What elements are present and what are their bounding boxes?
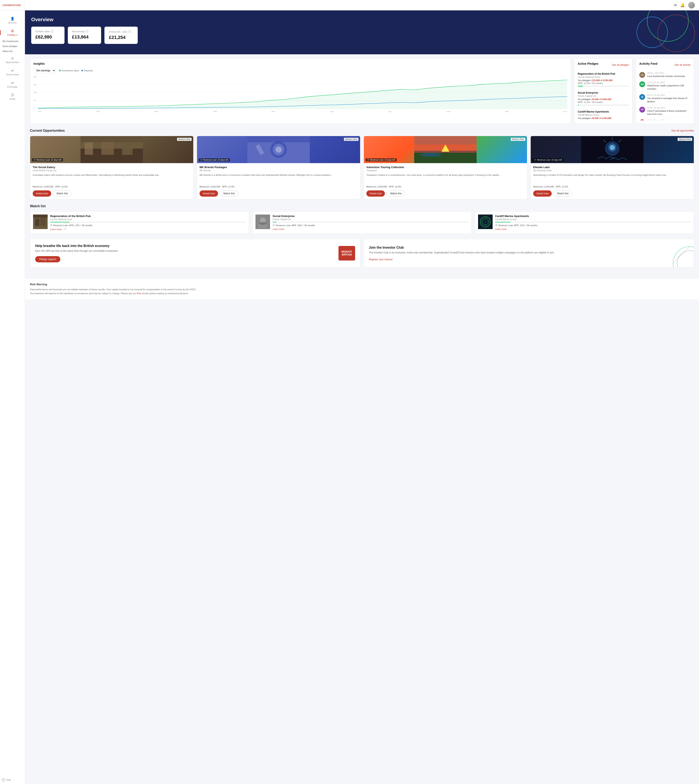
- watch-this-button[interactable]: Watch this: [220, 191, 239, 197]
- sidebar-item-label: Opportunities: [6, 61, 19, 63]
- chart-controls: Net earnings Investment value Deposits: [33, 68, 567, 73]
- bell-icon[interactable]: 🔔: [680, 3, 685, 8]
- page-header: Overview Portfolio value i £62,980 Net e…: [25, 10, 699, 54]
- sidebar-item-opportunities[interactable]: ◎ Opportunities: [0, 54, 25, 66]
- learn-more-link[interactable]: Learn more: [50, 228, 62, 230]
- risk-badge: Medium Risk: [177, 138, 192, 141]
- learn-more-link[interactable]: Learn more: [273, 228, 284, 230]
- svg-rect-34: [33, 214, 48, 218]
- portfolio-value-card: Portfolio value i £62,980: [31, 27, 65, 44]
- invest-now-button[interactable]: Invest now: [533, 191, 552, 197]
- net-earnings-label: Net earnings i: [72, 30, 97, 33]
- account-icon: 👤: [10, 17, 15, 21]
- decor-circle-red: [658, 15, 695, 52]
- promo-content-right: Join the Investor Club The Investor Club…: [369, 246, 689, 261]
- activity-content: 10:30, 24 Jan 2021 Chris P purchased a R…: [647, 107, 691, 116]
- sidebar-item-smart-invest[interactable]: ⇄ Smart Invest: [0, 66, 25, 78]
- invest-now-button[interactable]: Invest now: [33, 191, 51, 197]
- ifisa-value: £21,254: [109, 35, 133, 40]
- svg-rect-15: [247, 136, 310, 142]
- top-navigation: CROWD2FUND ✉ 🔔: [0, 0, 699, 10]
- content-area: Insights Net earnings Investment value D…: [25, 54, 699, 277]
- portfolio-submenu: My Investments Active pledges Watch list: [0, 39, 25, 54]
- sidebar-item-my-investments[interactable]: My Investments: [0, 39, 25, 44]
- svg-point-38: [259, 222, 267, 225]
- sidebar-item-label: Smart Invest: [6, 73, 19, 76]
- chart-select[interactable]: Net earnings: [33, 68, 56, 73]
- watch-thumb-social-enterprise: [255, 214, 270, 229]
- activity-title: Activity Feed: [639, 62, 658, 65]
- smart-invest-icon: ⇄: [11, 68, 14, 72]
- pledge-progress-fill: [578, 104, 579, 106]
- invest-now-button[interactable]: Invest now: [199, 191, 218, 197]
- see-all-activity-link[interactable]: See all activity: [674, 63, 691, 66]
- watch-meta: ⏱ Revenue Loan APR: 12% / 36 months: [495, 224, 691, 227]
- header-decoration: [637, 10, 699, 54]
- ifisa-info-icon[interactable]: i: [128, 30, 131, 33]
- sidebar-item-account[interactable]: 👤 Account: [0, 14, 25, 27]
- clock-icon: ⏱: [200, 159, 202, 161]
- portfolio-value-info-icon[interactable]: i: [51, 30, 53, 33]
- legend-deposits: Deposits: [81, 69, 93, 72]
- learn-more-link[interactable]: Learn more: [495, 228, 507, 230]
- activity-feed-card: Activity Feed See all activity LA 08:30,…: [636, 58, 694, 124]
- net-earnings-info-icon[interactable]: i: [86, 30, 88, 33]
- opp-body: The Social Eatery Great British Foods Lt…: [30, 163, 193, 199]
- sidebar-item-ifisa[interactable]: ☰ IFISA: [0, 91, 25, 103]
- watchlist-item-british-pub: Regeneration of the British Pub Lincoln …: [30, 211, 249, 234]
- opp-image-social-eatery: Medium Risk ⏱ Revenue Loan 15 days left: [30, 136, 193, 163]
- opp-meta: Maximum: £100,000 APR: 12.0%: [366, 186, 525, 188]
- watch-this-button[interactable]: Watch this: [53, 191, 71, 197]
- clock-icon: ⏱: [367, 159, 369, 161]
- promo-decor-svg: [669, 242, 694, 267]
- pledge-progress-bar: [578, 86, 629, 86]
- chart-legend: Investment value Deposits: [59, 69, 93, 72]
- activity-item: LA 08:30, 1 Feb 2021 Lucy A joined the i…: [639, 70, 691, 80]
- svg-rect-32: [35, 219, 39, 226]
- chart-wrapper: 200 150 100 50 0: [33, 76, 567, 113]
- risk-warning-text: Past performance and forecasts are not r…: [30, 288, 694, 295]
- sidebar-item-portfolio[interactable]: ⊞ Portfolio ▾: [0, 27, 25, 39]
- sidebar: 👤 Account ⊞ Portfolio ▾ My Investments A…: [0, 0, 25, 299]
- sidebar-item-exchange[interactable]: ⇄ Exchange: [0, 78, 25, 91]
- user-avatar[interactable]: [688, 2, 695, 8]
- activity-content: 08:30, 1 Feb 2021 Lucy A joined the inve…: [647, 72, 691, 78]
- mail-icon[interactable]: ✉: [674, 3, 677, 8]
- svg-rect-10: [81, 136, 143, 142]
- insights-card: Insights Net earnings Investment value D…: [30, 58, 571, 124]
- opportunity-card-mk-brands: Medium Risk ⏱ Revenue Loan 15 days left …: [197, 136, 360, 199]
- watch-progress-fill: [495, 222, 511, 222]
- opportunities-title: Current Opportunities: [30, 129, 65, 133]
- watch-this-button[interactable]: Watch this: [553, 191, 572, 197]
- promo-section: Help breathe life back into the British …: [30, 239, 694, 268]
- register-interest-link[interactable]: Register your interest: [369, 258, 393, 261]
- watch-progress-bar: [495, 222, 691, 222]
- see-all-opportunities-link[interactable]: See all opportunities: [671, 129, 694, 132]
- brand-logo[interactable]: CROWD2FUND: [2, 4, 21, 7]
- net-earnings-value: £13,864: [72, 34, 97, 40]
- ifisa-label: IFISA 2020 - 2021 i: [109, 30, 133, 33]
- invest-now-button[interactable]: Invest now: [366, 191, 385, 197]
- sidebar-item-active-pledges[interactable]: Active pledges: [0, 44, 25, 49]
- see-all-pledges-link[interactable]: See all pledges: [612, 63, 629, 66]
- activity-avatar: CP: [639, 107, 645, 113]
- opportunities-icon: ◎: [11, 56, 14, 60]
- pledge-support-button[interactable]: Pledge support: [35, 256, 60, 262]
- watch-thumb-british-pub: [33, 214, 48, 229]
- watch-this-button[interactable]: Watch this: [386, 191, 405, 197]
- loan-type-icon: ⏱: [495, 224, 497, 227]
- risk-warning-title: Risk Warning: [30, 283, 694, 286]
- activity-avatar: RS: [639, 119, 645, 120]
- activity-item: M 09:15, 25 Jan 2021 You received a mess…: [639, 92, 691, 105]
- watch-progress-fill: [273, 222, 277, 222]
- chart-svg: [38, 76, 567, 109]
- risk-link[interactable]: Risk: [137, 292, 141, 295]
- risk-badge: Medium Risk: [511, 138, 525, 141]
- chart-area: JAN FEB MAR APR MAY JUN JUL AUG SEP OCT: [38, 76, 567, 113]
- watch-meta: ⏱ Revenue Loan APR: 12% / 36 months: [50, 224, 246, 227]
- portfolio-value-label: Portfolio value i: [35, 30, 60, 33]
- sidebar-item-watch-list[interactable]: Watch list: [0, 49, 25, 54]
- opportunity-card-adventure-touring: Medium Risk ⏱ Revenue Loan 15 days left …: [364, 136, 527, 199]
- promo-reboot-britain: Help breathe life back into the British …: [30, 239, 360, 268]
- activity-avatar: LA: [639, 72, 645, 78]
